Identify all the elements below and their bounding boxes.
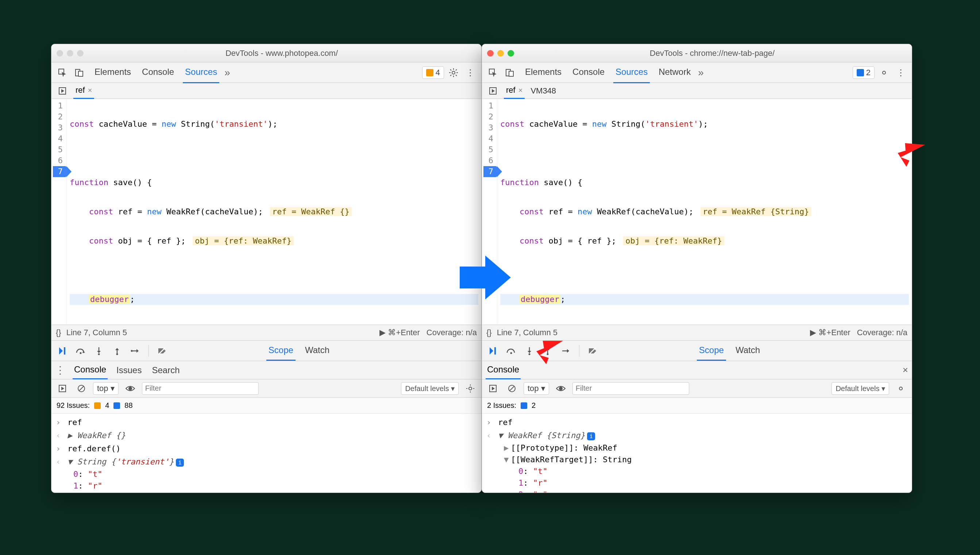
coverage-status[interactable]: Coverage: n/a [857, 328, 907, 337]
expand-icon[interactable]: ▼ [67, 457, 72, 466]
minimize-icon[interactable] [67, 50, 74, 56]
step-over-icon[interactable] [74, 343, 88, 358]
tab-elements[interactable]: Elements [92, 62, 133, 83]
drawer-tab-console[interactable]: Console [486, 361, 521, 379]
code-content[interactable]: const cacheValue = new String('transient… [67, 99, 481, 325]
console-output[interactable]: ›ref ‹▼ WeakRef {String}i ▶[[Prototype]]… [482, 414, 912, 493]
svg-line-10 [456, 69, 457, 71]
close-icon[interactable]: × [518, 86, 523, 95]
gear-icon[interactable] [446, 65, 461, 80]
kebab-icon[interactable]: ⋮ [463, 65, 478, 80]
clear-console-icon[interactable] [505, 381, 519, 396]
inspect-icon[interactable] [55, 65, 70, 80]
inspect-icon[interactable] [486, 65, 500, 80]
clear-console-icon[interactable] [74, 381, 89, 396]
breakpoint-marker[interactable]: 7 [483, 166, 497, 177]
kebab-icon[interactable]: ⋮ [55, 364, 65, 376]
tab-sources[interactable]: Sources [183, 62, 219, 83]
titlebar[interactable]: DevTools - www.photopea.com/ [51, 44, 481, 63]
step-into-icon[interactable] [91, 343, 106, 358]
coverage-status[interactable]: Coverage: n/a [427, 328, 477, 337]
expand-icon[interactable]: ▶ [67, 431, 72, 440]
tab-watch[interactable]: Watch [303, 341, 332, 361]
execute-icon[interactable] [486, 381, 500, 396]
close-icon[interactable] [56, 50, 63, 56]
device-icon[interactable] [502, 65, 517, 80]
drawer-tab-console[interactable]: Console [73, 361, 108, 379]
drawer-tab-search[interactable]: Search [150, 361, 181, 379]
info-icon[interactable]: i [587, 432, 595, 440]
code-editor[interactable]: 12 34 56 7 const cacheValue = new String… [51, 99, 481, 325]
log-levels-selector[interactable]: Default levels ▾ [831, 382, 889, 395]
tab-network[interactable]: Network [656, 62, 693, 83]
context-selector[interactable]: top ▾ [93, 382, 118, 395]
step-over-icon[interactable] [504, 343, 518, 358]
filter-input[interactable] [572, 382, 689, 395]
live-expression-icon[interactable] [123, 381, 137, 396]
console-output[interactable]: ›ref ‹▶ WeakRef {} ›ref.deref() ‹▼ Strin… [51, 414, 481, 493]
braces-icon[interactable]: {} [56, 328, 61, 337]
prompt-icon: › [56, 417, 64, 428]
close-icon[interactable]: × [88, 86, 92, 95]
file-tab-ref[interactable]: ref × [504, 82, 525, 99]
tab-console[interactable]: Console [570, 62, 607, 83]
drawer-tab-issues[interactable]: Issues [115, 361, 143, 379]
object-tree[interactable]: 0: "t" 1: "r" 2: "a" 3: "n" 4: "s" 5: "i… [51, 468, 481, 493]
more-tabs-icon[interactable]: » [695, 67, 707, 79]
inline-value-hint: ref = WeakRef {} [270, 207, 352, 216]
filter-input[interactable] [142, 382, 259, 395]
issues-badge[interactable]: 4 [422, 66, 444, 79]
file-tab-vm[interactable]: VM348 [528, 83, 558, 99]
tab-scope[interactable]: Scope [266, 341, 296, 361]
tab-elements[interactable]: Elements [523, 62, 564, 83]
info-count: 2 [866, 68, 871, 77]
expand-icon[interactable]: ▶ [504, 443, 508, 452]
tab-scope[interactable]: Scope [697, 341, 726, 361]
device-icon[interactable] [72, 65, 86, 80]
titlebar[interactable]: DevTools - chrome://new-tab-page/ [482, 44, 912, 63]
log-levels-selector[interactable]: Default levels ▾ [401, 382, 459, 395]
svg-point-25 [128, 387, 132, 390]
tab-sources[interactable]: Sources [613, 62, 650, 83]
step-icon[interactable] [128, 343, 143, 358]
kebab-icon[interactable]: ⋮ [894, 65, 908, 80]
expand-icon[interactable]: ▼ [504, 455, 508, 464]
run-hint: ▶ ⌘+Enter [379, 328, 420, 337]
file-tab-ref[interactable]: ref × [74, 82, 94, 99]
context-selector[interactable]: top ▾ [524, 382, 549, 395]
prompt-icon: › [56, 443, 64, 455]
deactivate-breakpoints-icon[interactable] [155, 343, 169, 358]
more-tabs-icon[interactable]: » [221, 67, 233, 79]
resume-icon[interactable] [486, 343, 500, 358]
step-out-icon[interactable] [110, 343, 125, 358]
issues-bar[interactable]: 92 Issues: 4 88 [51, 398, 481, 414]
tab-watch[interactable]: Watch [733, 341, 762, 361]
expand-icon[interactable]: ▼ [498, 431, 503, 440]
gear-icon[interactable] [894, 381, 908, 396]
minimize-icon[interactable] [497, 50, 504, 56]
result-icon: ‹ [56, 430, 64, 441]
execute-icon[interactable] [55, 381, 70, 396]
gear-icon[interactable] [877, 65, 891, 80]
code-content[interactable]: const cacheValue = new String('transient… [497, 99, 912, 325]
object-tree[interactable]: ▶[[Prototype]]: WeakRef ▼[[WeakRefTarget… [482, 442, 912, 493]
live-expression-icon[interactable] [553, 381, 568, 396]
info-icon[interactable]: i [176, 459, 184, 467]
code-editor[interactable]: 12 34 56 7 const cacheValue = new String… [482, 99, 912, 325]
gear-icon[interactable] [463, 381, 478, 396]
braces-icon[interactable]: {} [486, 328, 492, 337]
breakpoint-marker[interactable]: 7 [53, 166, 66, 177]
editor-statusbar: {} Line 7, Column 5 ▶ ⌘+Enter Coverage: … [51, 325, 481, 341]
issues-badge[interactable]: 2 [853, 66, 874, 79]
tab-console[interactable]: Console [140, 62, 176, 83]
resume-icon[interactable] [55, 343, 70, 358]
run-snippet-icon[interactable] [55, 83, 70, 98]
close-icon[interactable] [487, 50, 494, 56]
deactivate-breakpoints-icon[interactable] [585, 343, 600, 358]
zoom-icon[interactable] [507, 50, 514, 56]
close-drawer-icon[interactable]: × [903, 364, 908, 376]
issues-bar[interactable]: 2 Issues: 2 [482, 398, 912, 414]
run-snippet-icon[interactable] [486, 83, 500, 98]
zoom-icon[interactable] [77, 50, 83, 56]
line-gutter[interactable]: 12 34 56 7 [51, 99, 67, 325]
